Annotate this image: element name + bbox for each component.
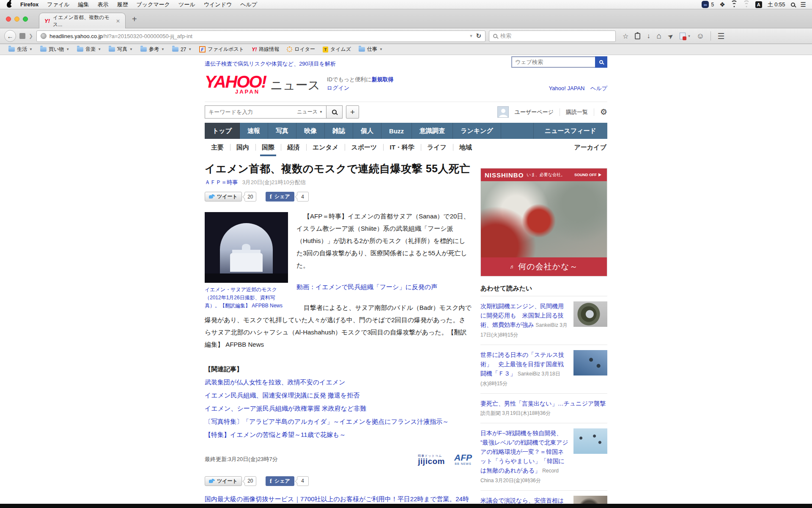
related-link[interactable]: 【特集】イエメンの苦悩と希望～11歳で花嫁も～ bbox=[205, 428, 472, 441]
clipboard-icon[interactable] bbox=[635, 33, 640, 39]
bookmark-filepost[interactable]: Fファイルポスト bbox=[196, 46, 247, 53]
bookmark-folder-shopping[interactable]: 買い物▼ bbox=[37, 46, 73, 53]
nav-tab-flash[interactable]: 速報 bbox=[240, 123, 268, 139]
ad-image[interactable] bbox=[481, 181, 607, 257]
nisshinbo-ad[interactable]: NISSHINBO いま、必要な会社。 SOUND OFF ♬ 何の会社かな～ bbox=[480, 168, 607, 276]
gear-icon[interactable]: ⚙ bbox=[600, 107, 607, 117]
menu-view[interactable]: 表示 bbox=[93, 1, 113, 8]
web-search-input[interactable] bbox=[511, 56, 595, 68]
thumbnail-person[interactable] bbox=[573, 496, 607, 504]
avatar[interactable] bbox=[497, 106, 509, 118]
bookmark-transit[interactable]: Y!路線情報 bbox=[248, 46, 283, 53]
url-bar[interactable]: headlines.yahoo.co.jp/hl?a=20150320-0000… bbox=[36, 30, 486, 42]
yahoo-logo[interactable]: YAHOO! JAPAN bbox=[205, 75, 266, 95]
keyword-input[interactable] bbox=[208, 109, 297, 115]
bookmark-folder-photo[interactable]: 写真▼ bbox=[105, 46, 136, 53]
sidebar-news-item[interactable]: 妻死亡、男性「言葉出ない」…チュニジア襲撃読売新聞 3月19日(木)18時36分 bbox=[480, 393, 607, 423]
sidebar-news-item[interactable]: 世界に誇る日本の「ステルス技術」 史上最強を目指す国産戦闘機「Ｆ３」 Sanke… bbox=[480, 345, 607, 393]
menubar-clock[interactable]: 土 0:55 bbox=[768, 1, 785, 8]
source-link[interactable]: ＡＦＰ＝時事 bbox=[205, 179, 238, 185]
login-link[interactable]: ログイン bbox=[327, 84, 394, 92]
downloads-icon[interactable]: ↓ bbox=[647, 32, 650, 40]
browser-search-field[interactable]: 検索 bbox=[489, 30, 616, 42]
minimize-window-button[interactable] bbox=[14, 17, 19, 22]
zoom-window-button[interactable] bbox=[23, 17, 28, 22]
sidebar-news-item[interactable]: 次期戦闘機エンジン、民間機用に開発応用も 米国製上回る技術、燃費効率が強み Sa… bbox=[480, 296, 607, 345]
related-link[interactable]: イエメン民兵組織、国連安保理決議に反発 撤退を拒否 bbox=[205, 389, 472, 402]
back-button[interactable]: ← bbox=[4, 30, 16, 42]
spotlight-icon[interactable] bbox=[791, 3, 795, 7]
nav-tab-personal[interactable]: 個人 bbox=[353, 123, 381, 139]
subnav-it-science[interactable]: IT・科学 bbox=[383, 139, 420, 156]
bookmark-folder-reference[interactable]: 参考▼ bbox=[137, 46, 168, 53]
register-link[interactable]: 新規取得 bbox=[372, 76, 394, 83]
new-tab-button[interactable]: + bbox=[132, 14, 137, 24]
creative-cloud-icon[interactable]: ∞ bbox=[702, 1, 709, 8]
menu-edit[interactable]: 編集 bbox=[74, 1, 93, 8]
subnav-life[interactable]: ライフ bbox=[421, 139, 453, 156]
bookmark-folder-life[interactable]: 生活▼ bbox=[5, 46, 36, 53]
related-link[interactable]: 〔写真特集〕「アラビア半島のアルカイダ」～イエメンを拠点にフランス汁液指示～ bbox=[205, 415, 472, 428]
thumbnail-engine[interactable] bbox=[573, 301, 607, 327]
share-button[interactable]: fシェア bbox=[266, 192, 294, 202]
ad-link-kirinuki[interactable]: 国内最大級の画像切抜サービス｜7700社以上のお客様がご利用中！平日22時まで営… bbox=[205, 494, 472, 504]
nav-tab-buzz[interactable]: Buzz bbox=[381, 123, 412, 139]
send-tab-icon[interactable]: ➤ bbox=[666, 31, 675, 41]
keyword-search-box[interactable]: ニュース▼ bbox=[205, 105, 326, 119]
wifi-icon[interactable] bbox=[731, 2, 738, 7]
yahoo-japan-link[interactable]: Yahoo! JAPAN bbox=[549, 85, 585, 91]
thumbnail-jets[interactable] bbox=[573, 350, 607, 375]
menu-tools[interactable]: ツール bbox=[174, 1, 200, 8]
menu-window[interactable]: ウインドウ bbox=[200, 1, 236, 8]
sidebar-item-title[interactable]: 日本がF−3戦闘機を独自開発、“最強レベル”の戦闘機で北東アジアの戦略環境が一変… bbox=[480, 430, 568, 474]
share-button[interactable]: fシェア bbox=[266, 476, 294, 486]
subnav-international[interactable]: 国際 bbox=[255, 139, 281, 156]
nav-tab-poll[interactable]: 意識調査 bbox=[412, 123, 453, 139]
promo-link[interactable]: 遺伝子検査で病気リスクや体質など、290項目を解析 bbox=[205, 61, 336, 67]
keyword-search-button[interactable] bbox=[326, 105, 343, 119]
menu-firefox[interactable]: Firefox bbox=[16, 1, 43, 8]
dropbox-icon[interactable]: ❖ bbox=[719, 1, 725, 8]
tweet-button[interactable]: ツイート bbox=[205, 192, 242, 202]
bookmark-folder-work[interactable]: 仕事▼ bbox=[355, 46, 386, 53]
subnav-archive[interactable]: アーカイブ bbox=[574, 144, 607, 152]
sidebar-item-title[interactable]: 米議会で演説なら、安倍首相は明白な謝罪を・・日系のホンダ議員が言及、韓国ネットは… bbox=[480, 497, 564, 504]
bookmark-folder-music[interactable]: 音楽▼ bbox=[74, 46, 104, 53]
subnav-main[interactable]: 主要 bbox=[205, 139, 230, 156]
service-name[interactable]: ニュース bbox=[270, 79, 320, 95]
nav-tab-top[interactable]: トップ bbox=[205, 123, 240, 139]
wifi-secondary-icon[interactable] bbox=[743, 2, 750, 7]
url-dropdown-icon[interactable]: ▼ bbox=[469, 34, 473, 38]
page-proxy-icon[interactable] bbox=[19, 33, 25, 39]
input-source-icon[interactable]: A bbox=[755, 1, 762, 8]
add-search-button[interactable]: + bbox=[346, 105, 359, 119]
nav-tab-magazine[interactable]: 雑誌 bbox=[325, 123, 353, 139]
afp-logo[interactable]: AFPBB NEWS bbox=[454, 453, 472, 465]
close-window-button[interactable] bbox=[6, 17, 11, 22]
bookmark-reuters[interactable]: ロイター bbox=[283, 46, 318, 53]
related-link[interactable]: イエメン、シーア派民兵組織が政権掌握 米政府など非難 bbox=[205, 402, 472, 415]
menu-file[interactable]: ファイル bbox=[43, 1, 74, 8]
notification-center-icon[interactable]: ☰ bbox=[801, 1, 806, 8]
tweet-button[interactable]: ツイート bbox=[205, 476, 242, 486]
web-search-button[interactable] bbox=[595, 56, 607, 68]
menu-help[interactable]: ヘルプ bbox=[236, 1, 261, 8]
thumbnail-sky-planes[interactable] bbox=[573, 428, 607, 454]
menu-bookmarks[interactable]: ブックマーク bbox=[132, 1, 175, 8]
apple-menu-icon[interactable] bbox=[7, 2, 12, 8]
home-icon[interactable]: ⌂ bbox=[656, 31, 661, 41]
sidebar-news-item[interactable]: 日本がF−3戦闘機を独自開発、“最強レベル”の戦闘機で北東アジアの戦略環境が一変… bbox=[480, 423, 607, 490]
tab-close-icon[interactable]: ✕ bbox=[116, 18, 120, 24]
pdf-dropdown-icon[interactable]: ▾ bbox=[688, 34, 690, 38]
reload-button[interactable]: ↻ bbox=[476, 32, 481, 40]
jiji-logo[interactable]: 時事ドットコムjijicom bbox=[418, 454, 445, 465]
bookmark-folder-27[interactable]: 27▼ bbox=[169, 47, 195, 52]
nav-tab-newsfeed[interactable]: ニュースフィード bbox=[533, 123, 607, 139]
pdf-converter-icon[interactable] bbox=[680, 33, 686, 39]
feedback-smiley-icon[interactable]: ☺ bbox=[697, 32, 704, 41]
subnav-sports[interactable]: スポーツ bbox=[345, 139, 383, 156]
browser-tab[interactable]: Y! イエメン首都、複数のモス... ✕ bbox=[39, 13, 126, 29]
menu-history[interactable]: 履歴 bbox=[113, 1, 132, 8]
subnav-region[interactable]: 地域 bbox=[453, 139, 478, 156]
search-scope-select[interactable]: ニュース▼ bbox=[297, 108, 323, 116]
